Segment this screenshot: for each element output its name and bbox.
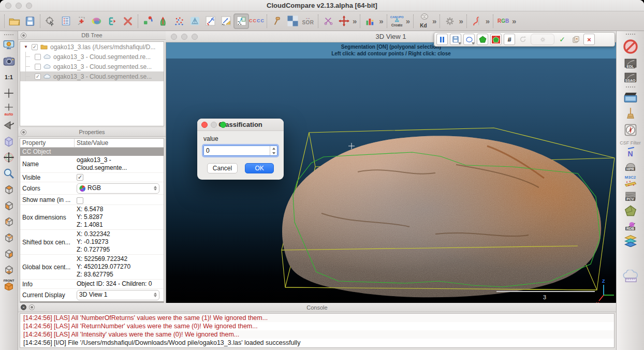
- poisson-recon-icon[interactable]: [624, 205, 637, 216]
- cancel-segmentation-icon[interactable]: ×: [583, 34, 595, 45]
- load-save-polyline-icon[interactable]: [450, 34, 461, 45]
- toolbar-overflow-icon[interactable]: »: [485, 17, 491, 25]
- value-input[interactable]: [204, 146, 270, 155]
- cloud-cloud-distance-icon[interactable]: CCCC: [249, 13, 265, 29]
- visibility-checkbox[interactable]: ✓: [32, 44, 38, 50]
- compass-icon[interactable]: [624, 124, 637, 136]
- view-top-icon[interactable]: [2, 183, 16, 196]
- set-pivot-icon[interactable]: [2, 87, 16, 99]
- pick-rotation-center-icon[interactable]: [42, 13, 58, 29]
- confirm-and-delete-icon[interactable]: [570, 34, 581, 45]
- interactive-transformation-icon[interactable]: [140, 13, 156, 29]
- histogram-icon[interactable]: [362, 13, 378, 29]
- tree-item-root[interactable]: ▼ ✓ ogako13_3.las (/Users/mdshafiqul/D..…: [20, 42, 164, 52]
- spinner-arrows[interactable]: [270, 146, 277, 155]
- toolbar-overflow-icon[interactable]: »: [431, 17, 437, 25]
- ssao-shader-icon[interactable]: SSAO: [624, 72, 637, 82]
- value-spinbox[interactable]: [203, 145, 277, 156]
- perspective-cube-icon[interactable]: [2, 135, 16, 148]
- pause-segmentation-icon[interactable]: [436, 34, 448, 45]
- display-options-icon[interactable]: [2, 39, 16, 51]
- octree-icon[interactable]: [187, 13, 202, 29]
- zoom-1-1-icon[interactable]: 1:1: [2, 71, 16, 83]
- facets-icon[interactable]: [469, 13, 485, 29]
- classify-value-icon[interactable]: #: [504, 34, 515, 45]
- csf-filter-label[interactable]: CSF Filter: [620, 140, 641, 145]
- ok-button[interactable]: OK: [245, 163, 274, 173]
- tree-item-cloud-selected[interactable]: ✓ ogako13_3 - Cloud.segmented.se...: [20, 71, 164, 81]
- auto-pivot-icon[interactable]: auto: [2, 103, 16, 115]
- visibility-checkbox[interactable]: [35, 54, 41, 60]
- toolbar-overflow-icon[interactable]: »: [378, 17, 384, 25]
- normals-n-icon[interactable]: N: [627, 150, 633, 158]
- view-back-icon[interactable]: [2, 231, 16, 244]
- visible-checkbox[interactable]: ✓: [77, 174, 83, 181]
- save-file-icon[interactable]: [22, 13, 38, 29]
- density-checker-icon[interactable]: [285, 13, 300, 29]
- view-left-icon[interactable]: [2, 215, 16, 228]
- close-console-icon[interactable]: ×: [21, 304, 26, 310]
- view-bottom-icon[interactable]: [2, 264, 16, 276]
- visibility-checkbox[interactable]: [35, 64, 41, 70]
- edl-shader-icon[interactable]: EDL: [624, 59, 637, 68]
- open-file-icon[interactable]: [7, 13, 22, 29]
- view-right-icon[interactable]: [2, 247, 16, 260]
- tree-item-cloud[interactable]: ogako13_3 - Cloud.segmented.re...: [20, 52, 164, 62]
- hpr-icon[interactable]: HPR: [625, 162, 636, 171]
- show-name-checkbox[interactable]: [77, 197, 83, 204]
- virtual-broom-icon[interactable]: [625, 107, 636, 120]
- sor-filter-icon[interactable]: ···SOR: [300, 13, 316, 29]
- toolbar-overflow-icon[interactable]: »: [405, 17, 411, 25]
- plugins-gear-icon[interactable]: [442, 13, 458, 29]
- kd-tree-icon[interactable]: Kd: [416, 13, 431, 29]
- subsample-icon[interactable]: [171, 13, 187, 29]
- point-list-picking-icon[interactable]: [233, 13, 249, 29]
- cloud-ruler-icon[interactable]: [623, 270, 638, 283]
- compute-normals-icon[interactable]: [156, 13, 171, 29]
- align-clouds-icon[interactable]: [218, 13, 233, 29]
- cancel-button[interactable]: Cancel: [207, 163, 238, 173]
- screenshot-icon[interactable]: [2, 55, 16, 67]
- tree-item-cloud[interactable]: ogako13_3 - Cloud.segmented.se...: [20, 62, 164, 71]
- confirm-segmentation-icon[interactable]: ✓: [557, 34, 568, 45]
- cloud-layers-icon[interactable]: [624, 235, 637, 247]
- translate-rotate-icon[interactable]: [336, 13, 352, 29]
- disable-gl-filter-icon[interactable]: [623, 39, 638, 54]
- cross-section-icon[interactable]: [320, 13, 336, 29]
- animation-icon[interactable]: [624, 92, 637, 103]
- clone-icon[interactable]: [89, 13, 105, 29]
- dialog-zoom-button[interactable]: [220, 122, 226, 128]
- rdb-icon[interactable]: RDB: [625, 221, 636, 230]
- rotate-view-icon[interactable]: [2, 119, 16, 132]
- pcv-icon[interactable]: PCV: [625, 191, 636, 201]
- current-display-dropdown[interactable]: 3D View 1: [77, 290, 159, 300]
- properties-list-icon[interactable]: [58, 13, 74, 29]
- float-console-icon[interactable]: [29, 304, 35, 310]
- view-front-icon[interactable]: [2, 199, 16, 212]
- delete-icon[interactable]: [120, 13, 136, 29]
- dialog-close-button[interactable]: [201, 122, 208, 128]
- right-plugins-toolbar: EDL SSAO CSF Filter N HPR M3C2 PCV RDB: [616, 31, 644, 350]
- statistical-test-icon[interactable]: [269, 13, 285, 29]
- m3c2-icon[interactable]: M3C2: [624, 175, 637, 187]
- apply-transformation-icon[interactable]: [105, 13, 120, 29]
- point-picking-icon[interactable]: [74, 13, 89, 29]
- toolbar-overflow-icon[interactable]: »: [352, 17, 358, 25]
- rgb-filter-icon[interactable]: RGB: [495, 13, 511, 29]
- pivot-visibility-icon[interactable]: [2, 151, 16, 164]
- canupo-icon[interactable]: CANUPO⁂Create: [389, 13, 405, 29]
- segment-in-icon[interactable]: [477, 34, 488, 45]
- polygon-selection-icon[interactable]: [463, 34, 475, 45]
- float-panel-icon[interactable]: [21, 33, 26, 38]
- zoom-fit-icon[interactable]: [2, 167, 16, 180]
- view-iso-front-icon[interactable]: FRONT: [2, 280, 16, 292]
- register-clouds-icon[interactable]: [202, 13, 218, 29]
- colors-dropdown[interactable]: RGB: [77, 183, 159, 194]
- disclosure-triangle-icon[interactable]: ▼: [22, 45, 30, 49]
- toolbar-overflow-icon[interactable]: »: [458, 17, 464, 25]
- toolbar-overflow-icon[interactable]: »: [511, 17, 517, 25]
- visibility-checkbox[interactable]: ✓: [35, 74, 41, 80]
- segment-out-icon[interactable]: [490, 34, 502, 45]
- rgb-wheel-icon: [79, 185, 85, 192]
- float-panel-icon[interactable]: [21, 129, 26, 135]
